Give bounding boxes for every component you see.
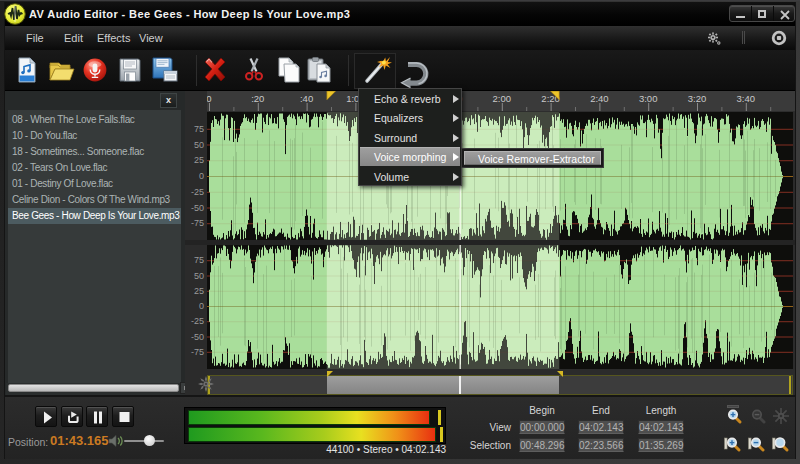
svg-text::20: :20 (251, 93, 264, 104)
svg-text:0: 0 (207, 93, 212, 104)
svg-text:3:00: 3:00 (639, 93, 658, 104)
svg-text:3:40: 3:40 (737, 93, 756, 104)
svg-text:2:00: 2:00 (493, 93, 512, 104)
svg-text:3:20: 3:20 (688, 93, 707, 104)
svg-text::40: :40 (300, 93, 313, 104)
svg-text:2:40: 2:40 (590, 93, 609, 104)
